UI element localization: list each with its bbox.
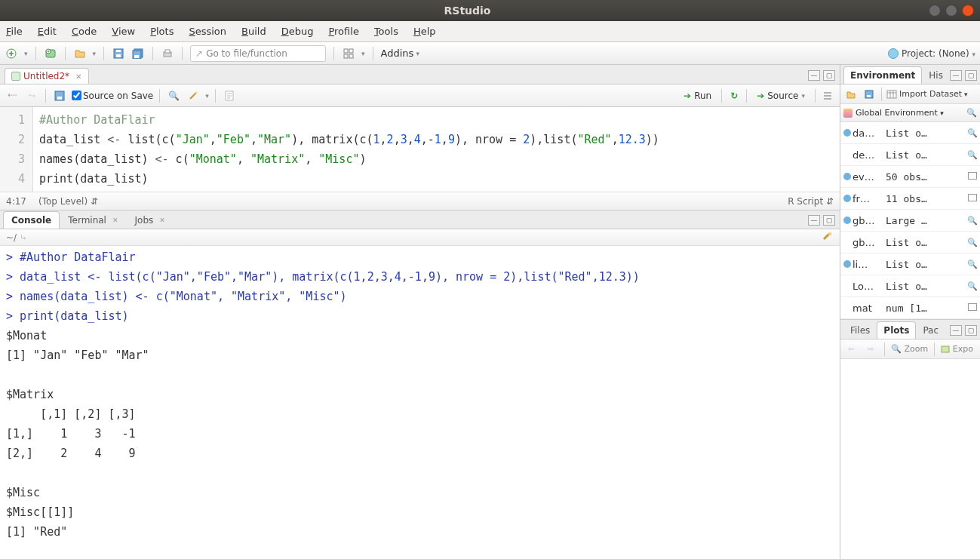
report-icon[interactable] [222,88,237,103]
menu-code[interactable]: Code [72,26,97,37]
plots-min-button[interactable]: — [950,325,962,336]
forward-icon[interactable]: ⤳ [24,88,39,103]
env-row[interactable]: gb…Large …🔍 [840,210,980,232]
env-tab-his[interactable]: His [922,66,950,84]
console-wd: ~/ [6,232,17,243]
window-close-button[interactable] [962,5,974,17]
svg-point-17 [195,91,198,94]
goto-file-input[interactable]: ↗ Go to file/function [190,45,326,62]
menu-profile[interactable]: Profile [328,26,358,37]
plots-max-button[interactable]: ▢ [965,325,977,336]
source-tab-untitled2[interactable]: Untitled2* ✕ [5,68,89,84]
env-tab-environment[interactable]: Environment [843,66,922,84]
close-tab-icon[interactable]: ✕ [72,72,81,81]
expand-dot-icon[interactable] [843,260,851,268]
window-maximize-button[interactable] [945,5,957,17]
console-tab-jobs[interactable]: Jobs ✕ [127,211,174,229]
print-icon[interactable] [161,47,174,60]
wand-icon[interactable] [186,88,201,103]
outline-icon[interactable] [820,88,835,103]
plots-tab-files[interactable]: Files [843,321,877,339]
env-row[interactable]: de…List o…🔍 [840,144,980,166]
rerun-icon[interactable]: ↻ [727,88,742,103]
clear-console-icon[interactable] [822,231,834,244]
scope-selector[interactable]: (Top Level) ⇵ [38,196,98,207]
menu-build[interactable]: Build [241,26,266,37]
env-row[interactable]: matnum [1… [840,297,980,319]
console-min-button[interactable]: — [808,215,820,226]
new-file-icon[interactable] [5,47,18,60]
plots-tab-plots[interactable]: Plots [877,321,916,339]
svg-rect-23 [942,346,949,352]
window-controls [929,5,974,17]
env-row[interactable]: li…List o…🔍 [840,253,980,275]
source-toolbar: ⬸ ⤳ Source on Save 🔍 ▾ ➔ Run [0,84,840,107]
expand-dot-icon[interactable] [843,173,851,180]
source-on-save-checkbox[interactable]: Source on Save [72,91,153,101]
env-min-button[interactable]: — [950,70,962,81]
env-row[interactable]: ev…50 obs… [840,166,980,188]
save-all-icon[interactable] [131,47,145,60]
pane-minimize-button[interactable]: — [808,70,820,81]
scope-cube-icon [843,109,853,118]
menu-plots[interactable]: Plots [150,26,174,37]
plot-next-icon[interactable]: ➡ [863,342,878,357]
expand-dot-icon[interactable] [843,129,851,137]
menu-debug[interactable]: Debug [281,26,314,37]
menu-help[interactable]: Help [413,26,436,37]
plots-tab-pac[interactable]: Pac [916,321,945,339]
svg-rect-12 [349,49,353,53]
find-icon[interactable]: 🔍 [166,88,181,103]
code-body[interactable]: #Author DataFlair data_list <- list(c("J… [33,107,665,192]
addins-menu[interactable]: Addins ▾ [381,48,419,59]
console-output[interactable]: > #Author DataFlair > data_list <- list(… [0,246,840,559]
save-icon[interactable] [112,47,125,60]
menu-file[interactable]: File [6,26,23,37]
env-row[interactable]: Lo…List o…🔍 [840,275,980,297]
import-dataset-button[interactable]: Import Dataset ▾ [886,89,968,99]
menu-edit[interactable]: Edit [38,26,57,37]
menu-view[interactable]: View [112,26,135,37]
new-project-icon[interactable] [44,47,57,60]
window-titlebar: RStudio [0,0,980,21]
svg-rect-22 [887,91,896,98]
env-search-icon[interactable]: 🔍 [966,108,977,118]
plot-canvas [840,359,980,559]
plot-zoom-button[interactable]: 🔍 Zoom [891,344,928,354]
menu-tools[interactable]: Tools [374,26,398,37]
save-ws-icon[interactable] [862,87,877,102]
source-tabstrip: Untitled2* ✕ — ▢ [0,65,840,84]
expand-dot-icon[interactable] [843,217,851,224]
code-editor[interactable]: 1234 #Author DataFlair data_list <- list… [0,107,840,192]
path-link-icon[interactable]: ⤷ [20,232,27,243]
save-source-icon[interactable] [52,88,67,103]
svg-rect-8 [134,55,139,58]
rscript-doc-icon [11,72,20,81]
lens-icon: 🔍 [967,238,978,247]
load-ws-icon[interactable] [843,87,859,102]
env-row[interactable]: gb…List o…🔍 [840,232,980,253]
console-tab-terminal[interactable]: Terminal ✕ [60,211,126,229]
console-max-button[interactable]: ▢ [823,215,835,226]
plot-export-button[interactable]: Expo [941,344,973,354]
table-icon [968,172,977,180]
lens-icon: 🔍 [967,281,978,291]
source-button[interactable]: ➔ Source ▾ [751,88,810,103]
env-row[interactable]: da…List o…🔍 [840,122,980,144]
open-file-icon[interactable] [73,47,87,60]
expand-dot-icon[interactable] [843,195,851,202]
console-tab-console[interactable]: Console [3,211,60,229]
env-row[interactable]: fr…11 obs… [840,188,980,210]
pane-maximize-button[interactable]: ▢ [823,70,835,81]
grid-view-icon[interactable] [342,47,355,60]
menu-session[interactable]: Session [189,26,226,37]
filetype-selector[interactable]: R Script ⇵ [788,196,834,207]
plot-prev-icon[interactable]: ⬅ [843,342,859,357]
project-menu[interactable]: Project: (None) ▾ [902,48,975,59]
back-icon[interactable]: ⬸ [5,88,20,103]
lens-icon: 🔍 [967,260,978,269]
env-max-button[interactable]: ▢ [965,70,977,81]
env-scope-selector[interactable]: Global Environment ▾ [856,108,944,118]
window-minimize-button[interactable] [929,5,941,17]
run-button[interactable]: ➔ Run [678,88,717,103]
